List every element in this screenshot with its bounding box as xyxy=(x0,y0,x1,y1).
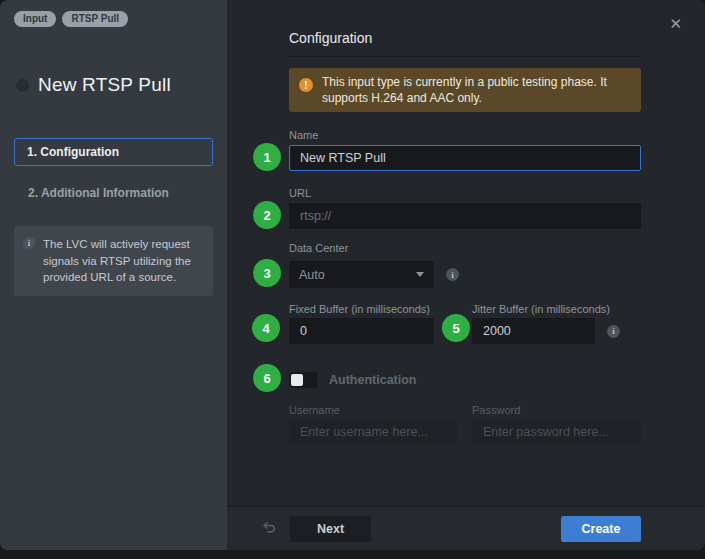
configuration-panel: ✕ 1 2 3 4 5 6 Configuration ! This input… xyxy=(227,0,705,550)
step-configuration[interactable]: 1. Configuration xyxy=(14,138,213,166)
jitter-buffer-info-icon[interactable]: i xyxy=(607,325,620,338)
warning-icon: ! xyxy=(299,78,313,92)
toggle-knob xyxy=(291,374,303,386)
badge-rtsp-pull: RTSP Pull xyxy=(62,11,128,27)
annotation-marker-3: 3 xyxy=(253,259,281,287)
annotation-marker-6: 6 xyxy=(253,364,281,392)
badge-input: Input xyxy=(14,11,56,27)
url-label: URL xyxy=(289,187,641,200)
next-button[interactable]: Next xyxy=(290,516,371,542)
username-input xyxy=(289,419,457,445)
annotation-marker-1: 1 xyxy=(253,143,281,171)
new-rtsp-pull-modal: Input RTSP Pull New RTSP Pull 1. Configu… xyxy=(0,0,705,550)
panel-heading: Configuration xyxy=(289,30,641,57)
url-input[interactable] xyxy=(289,203,641,229)
form-content: Configuration ! This input type is curre… xyxy=(227,0,705,506)
password-label: Password xyxy=(472,404,641,417)
page-title: New RTSP Pull xyxy=(38,74,171,96)
data-center-label: Data Center xyxy=(289,242,641,255)
jitter-buffer-label: Jitter Buffer (in milliseconds) xyxy=(472,303,620,316)
authentication-label: Authentication xyxy=(329,373,417,387)
close-icon[interactable]: ✕ xyxy=(669,16,682,31)
sidebar-note-text: The LVC will actively request signals vi… xyxy=(43,236,203,286)
username-label: Username xyxy=(289,404,457,417)
name-label: Name xyxy=(289,129,641,142)
fixed-buffer-input[interactable] xyxy=(289,318,434,344)
data-center-select[interactable]: Auto xyxy=(289,261,434,288)
sidebar: Input RTSP Pull New RTSP Pull 1. Configu… xyxy=(0,0,227,550)
annotation-marker-5: 5 xyxy=(442,314,470,342)
authentication-toggle[interactable] xyxy=(289,372,317,388)
fixed-buffer-label: Fixed Buffer (in milliseconds) xyxy=(289,303,434,316)
create-button[interactable]: Create xyxy=(561,516,641,542)
annotation-marker-4: 4 xyxy=(252,314,280,342)
name-input[interactable] xyxy=(289,145,641,171)
status-dot xyxy=(16,79,29,92)
data-center-value: Auto xyxy=(299,268,325,282)
sidebar-info-note: i The LVC will actively request signals … xyxy=(14,226,213,296)
warning-banner: ! This input type is currently in a publ… xyxy=(289,68,641,112)
sidebar-title-row: New RTSP Pull xyxy=(16,74,227,96)
step-additional-information[interactable]: 2. Additional Information xyxy=(28,186,213,200)
footer-actions: Next Create xyxy=(227,506,705,550)
jitter-buffer-input[interactable] xyxy=(472,318,595,344)
annotation-marker-2: 2 xyxy=(253,201,281,229)
undo-icon[interactable] xyxy=(261,521,277,536)
data-center-info-icon[interactable]: i xyxy=(446,268,459,281)
password-input xyxy=(472,419,641,445)
info-icon: i xyxy=(23,237,35,249)
chevron-down-icon xyxy=(416,272,424,277)
warning-text: This input type is currently in a public… xyxy=(322,74,629,106)
type-badges: Input RTSP Pull xyxy=(14,11,227,27)
